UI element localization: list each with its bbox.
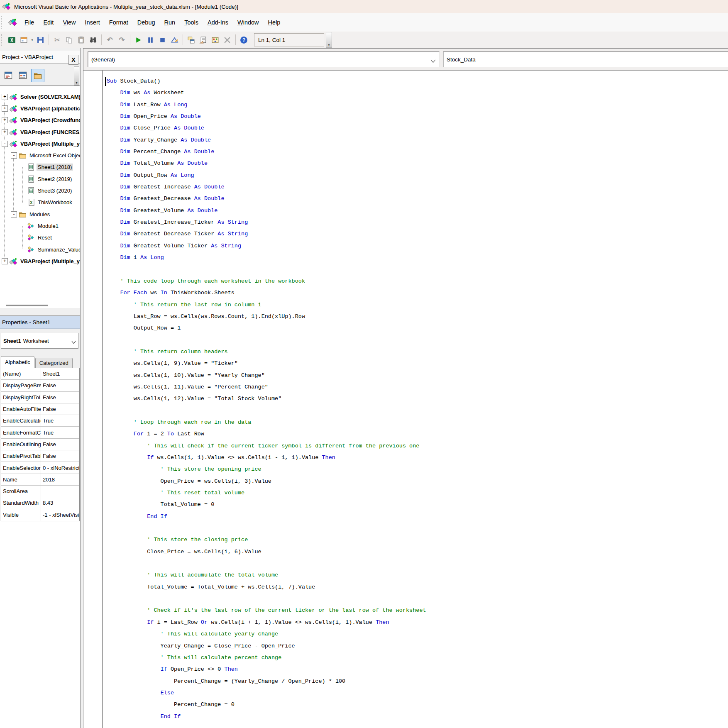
tree-item-label[interactable]: VBAProject (Crowdfunding: [19, 117, 80, 124]
collapse-icon[interactable]: -: [2, 141, 8, 147]
reset-button[interactable]: [157, 34, 168, 46]
property-value[interactable]: 0 - xlNoRestriction: [41, 462, 79, 473]
cut-button[interactable]: ✂: [51, 34, 63, 46]
menu-insert[interactable]: Insert: [81, 17, 105, 28]
object-browser-button[interactable]: [210, 34, 221, 46]
design-mode-button[interactable]: [169, 34, 180, 46]
menu-edit[interactable]: Edit: [39, 17, 58, 28]
tree-item-sheet3-2020-[interactable]: Sheet3 (2020): [0, 185, 80, 196]
property-value[interactable]: False: [41, 450, 79, 462]
tree-item-vbaproject-funcres-xlam[interactable]: +VBAProject (FUNCRES.XLAM: [0, 126, 80, 138]
tree-item-sheet1-2018-[interactable]: Sheet1 (2018): [0, 161, 80, 173]
expand-icon[interactable]: +: [2, 258, 8, 264]
toolbar-options-handle[interactable]: ▼: [326, 32, 332, 48]
property-value[interactable]: True: [41, 427, 79, 438]
expand-icon[interactable]: +: [2, 94, 8, 100]
view-excel-button[interactable]: X: [6, 34, 17, 46]
properties-header[interactable]: Properties - Sheet1 X: [0, 315, 80, 329]
help-button[interactable]: ?: [238, 34, 249, 46]
tree-item-label[interactable]: Module1: [37, 222, 60, 230]
toolbox-button[interactable]: [222, 34, 233, 46]
object-dropdown[interactable]: (General): [88, 51, 440, 67]
collapse-icon[interactable]: -: [11, 211, 17, 217]
tree-item-sheet2-2019-[interactable]: Sheet2 (2019): [0, 173, 80, 185]
menu-run[interactable]: Run: [160, 17, 180, 28]
object-selector-dropdown[interactable]: Sheet1 Worksheet: [1, 333, 78, 349]
tree-item-label[interactable]: VBAProject (alphabetical_t: [19, 105, 80, 112]
toolbar-gripper[interactable]: [1, 16, 4, 29]
tree-item-label[interactable]: Solver (SOLVER.XLAM): [19, 93, 80, 100]
property-value[interactable]: -1 - xlSheetVisible: [41, 509, 79, 521]
toolbar-gripper[interactable]: [1, 34, 4, 46]
property-value[interactable]: 8.43: [41, 497, 79, 508]
tab-alphabetic[interactable]: Alphabetic: [1, 356, 34, 368]
collapse-icon[interactable]: -: [11, 152, 17, 159]
properties-window-button[interactable]: [198, 34, 209, 46]
property-value[interactable]: False: [41, 392, 79, 403]
property-value[interactable]: [41, 486, 79, 497]
tree-item-label[interactable]: Summarize_Value: [37, 246, 80, 253]
property-value[interactable]: True: [41, 415, 79, 426]
margin-indicator-bar[interactable]: [83, 71, 103, 728]
tree-item-vbaproject-multiple-year[interactable]: -VBAProject (Multiple_year: [0, 138, 80, 149]
tree-item-label[interactable]: VBAProject (Multiple_year: [19, 140, 80, 147]
paste-button[interactable]: [76, 34, 87, 46]
tree-item-label[interactable]: Sheet3 (2020): [37, 187, 73, 194]
property-value[interactable]: 2018: [41, 474, 79, 485]
tree-item-label[interactable]: VBAProject (FUNCRES.XLAM: [19, 129, 80, 136]
tree-item-label[interactable]: ThisWorkbook: [37, 199, 73, 206]
tree-item-label[interactable]: Sheet2 (2019): [37, 176, 73, 183]
expand-icon[interactable]: +: [2, 129, 8, 135]
tree-item-label[interactable]: Sheet1 (2018): [37, 164, 73, 171]
tree-item-reset[interactable]: Reset: [0, 232, 80, 244]
run-button[interactable]: [133, 34, 144, 46]
toggle-folders-button[interactable]: [31, 69, 44, 82]
panel-splitter[interactable]: [6, 305, 48, 306]
property-value[interactable]: False: [41, 403, 79, 415]
menu-view[interactable]: View: [58, 17, 80, 28]
menu-debug[interactable]: Debug: [133, 17, 160, 28]
break-button[interactable]: [145, 34, 156, 46]
copy-button[interactable]: [64, 34, 75, 46]
code-editor[interactable]: Sub Stock_Data() Dim ws As Worksheet Dim…: [83, 71, 728, 728]
document-window-icon[interactable]: [8, 18, 17, 27]
tab-categorized[interactable]: Categorized: [35, 358, 73, 368]
tree-item-vbaproject-alphabetical-t[interactable]: +VBAProject (alphabetical_t: [0, 103, 80, 114]
menu-window[interactable]: Window: [233, 17, 264, 28]
expand-icon[interactable]: +: [2, 117, 8, 123]
tree-item-solver-solver-xlam-[interactable]: +Solver (SOLVER.XLAM): [0, 91, 80, 103]
property-value[interactable]: False: [41, 380, 79, 391]
tree-item-vbaproject-crowdfunding[interactable]: +VBAProject (Crowdfunding: [0, 115, 80, 126]
save-button[interactable]: [35, 34, 46, 46]
menu-addins[interactable]: Add-Ins: [203, 17, 233, 28]
undo-button[interactable]: ↶: [104, 34, 115, 46]
view-object-button[interactable]: [17, 69, 29, 82]
project-explorer-header[interactable]: Project - VBAProject X: [0, 51, 80, 64]
tree-item-vbaproject-multiple-year[interactable]: +VBAProject (Multiple_year: [0, 255, 80, 267]
expand-icon[interactable]: +: [2, 105, 8, 112]
menu-tools[interactable]: Tools: [180, 17, 203, 28]
insert-userform-button[interactable]: [18, 34, 29, 46]
tree-item-label[interactable]: VBAProject (Multiple_year: [19, 258, 80, 265]
menu-format[interactable]: Format: [105, 17, 133, 28]
insert-object-caret[interactable]: ▾: [30, 34, 34, 46]
view-code-button[interactable]: [2, 69, 15, 82]
tree-item-label[interactable]: Modules: [28, 211, 51, 218]
panel-scroll-handle[interactable]: ▼: [74, 66, 79, 86]
find-button[interactable]: [88, 34, 99, 46]
tree-item-modules[interactable]: -Modules: [0, 208, 80, 220]
tree-item-microsoft-excel-objects[interactable]: -Microsoft Excel Objects: [0, 149, 80, 161]
property-value[interactable]: Sheet1: [41, 368, 79, 379]
menu-file[interactable]: File: [20, 17, 39, 28]
redo-button[interactable]: ↷: [116, 34, 127, 46]
close-icon[interactable]: X: [68, 55, 78, 65]
tree-item-label[interactable]: Reset: [37, 234, 53, 241]
menu-help[interactable]: Help: [264, 17, 285, 28]
tree-item-module1[interactable]: Module1: [0, 220, 80, 232]
procedure-dropdown[interactable]: Stock_Data: [443, 51, 728, 67]
tree-item-summarize-value[interactable]: Summarize_Value: [0, 244, 80, 255]
project-explorer-button[interactable]: [186, 34, 197, 46]
property-value[interactable]: False: [41, 439, 79, 450]
tree-item-label[interactable]: Microsoft Excel Objects: [28, 152, 80, 159]
tree-item-thisworkbook[interactable]: XThisWorkbook: [0, 197, 80, 208]
